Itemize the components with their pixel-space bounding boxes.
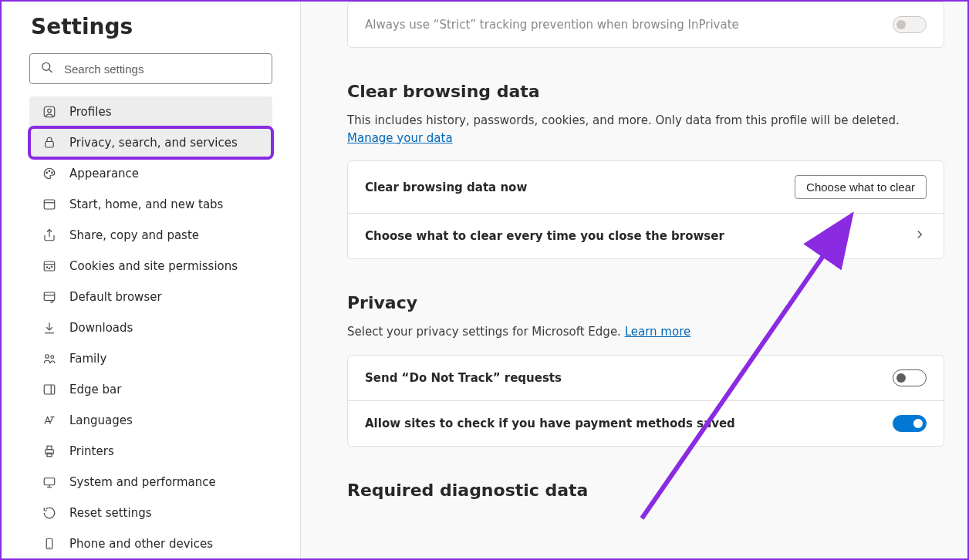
sidebar-item-label: Start, home, and new tabs [69,197,223,211]
sidebar-item-share[interactable]: Share, copy and paste [29,220,272,251]
sidebar-item-appearance[interactable]: Appearance [29,158,272,189]
privacy-card: Send “Do Not Track” requests Allow sites… [347,355,944,447]
sidebar-item-default-browser[interactable]: Default browser [29,282,272,312]
download-icon [42,320,57,336]
search-icon [40,61,53,77]
svg-rect-8 [44,200,55,209]
profiles-icon [42,104,57,120]
sidebar-item-profiles[interactable]: Profiles [29,96,272,127]
sidebar-item-downloads[interactable]: Downloads [29,312,272,343]
languages-icon [42,413,57,428]
svg-rect-28 [44,478,55,485]
dnt-label: Send “Do Not Track” requests [365,371,562,385]
sidebar-item-label: Reset settings [69,506,152,520]
chevron-right-icon [913,228,927,245]
window-icon [42,197,57,212]
sidebar-item-family[interactable]: Family [29,343,272,374]
sidebar-item-label: Downloads [69,321,133,335]
svg-rect-16 [44,292,55,301]
search-input[interactable] [29,53,272,84]
sidebar-item-privacy[interactable]: Privacy, search, and services [29,127,272,158]
privacy-desc: Select your privacy settings for Microso… [347,323,944,341]
sidebar-item-label: Phone and other devices [69,537,213,551]
manage-your-data-link[interactable]: Manage your data [347,131,453,145]
browser-check-icon [42,289,57,305]
payment-label: Allow sites to check if you have payment… [365,417,735,430]
tracking-strict-card: Always use “Strict” tracking prevention … [347,2,944,48]
search-wrap [29,53,272,84]
svg-point-15 [51,266,52,268]
privacy-desc-text: Select your privacy settings for Microso… [347,325,625,339]
payment-toggle[interactable] [893,415,927,432]
phone-icon [42,536,57,552]
settings-main: Always use “Strict” tracking prevention … [301,2,967,558]
sidebar-item-edge-bar[interactable]: Edge bar [29,374,272,405]
share-icon [42,228,57,243]
clear-on-close-row[interactable]: Choose what to clear every time you clos… [348,213,944,258]
system-icon [42,474,57,490]
sidebar-item-label: Languages [69,413,133,427]
tracking-strict-label: Always use “Strict” tracking prevention … [365,18,739,32]
reset-icon [42,505,57,521]
sidebar-item-phone[interactable]: Phone and other devices [29,528,272,558]
cookies-icon [42,258,57,274]
sidebar-item-reset[interactable]: Reset settings [29,498,272,528]
lock-icon [42,135,57,150]
page-title: Settings [31,14,272,39]
sidebar-item-system[interactable]: System and performance [29,467,272,498]
svg-rect-26 [47,446,52,450]
dnt-row: Send “Do Not Track” requests [348,356,944,400]
choose-what-to-clear-button[interactable]: Choose what to clear [795,175,927,199]
clear-data-desc: This includes history, passwords, cookie… [347,112,944,147]
payment-row: Allow sites to check if you have payment… [348,400,944,446]
settings-sidebar: Settings Profiles Privacy, search, an [2,2,301,558]
clear-data-title: Clear browsing data [347,82,944,101]
svg-rect-22 [44,385,55,394]
sidebar-item-languages[interactable]: Languages [29,405,272,436]
sidebar-item-label: Profiles [69,105,111,119]
svg-point-6 [49,170,50,172]
sidebar-item-label: Share, copy and paste [69,228,199,242]
settings-nav: Profiles Privacy, search, and services A… [29,96,272,558]
svg-rect-27 [47,453,52,457]
svg-rect-4 [46,142,54,148]
tracking-strict-toggle[interactable] [893,16,927,33]
svg-point-5 [46,172,48,174]
sidebar-item-printers[interactable]: Printers [29,436,272,467]
svg-point-13 [46,267,48,268]
sidebar-item-label: Edge bar [69,383,121,396]
dnt-toggle[interactable] [893,369,927,386]
sidebar-item-cookies[interactable]: Cookies and site permissions [29,251,272,282]
sidebar-item-label: Printers [69,444,114,458]
sidebar-item-label: Appearance [69,167,139,180]
svg-point-3 [48,109,52,113]
diag-title: Required diagnostic data [347,481,944,500]
clear-data-desc-text: This includes history, passwords, cookie… [347,113,900,127]
sidebar-item-label: Default browser [69,290,162,304]
sidebar-item-label: Cookies and site permissions [69,259,238,273]
svg-line-1 [49,69,52,72]
tracking-strict-row: Always use “Strict” tracking prevention … [348,2,944,47]
clear-on-close-label: Choose what to clear every time you clos… [365,229,724,243]
svg-point-21 [51,356,54,359]
sidebar-item-start[interactable]: Start, home, and new tabs [29,189,272,220]
svg-point-7 [52,172,53,174]
sidebar-item-label: Privacy, search, and services [69,136,238,150]
svg-point-14 [49,268,50,269]
clear-data-now-label: Clear browsing data now [365,180,527,194]
privacy-learn-more-link[interactable]: Learn more [625,325,691,339]
palette-icon [42,166,57,181]
svg-point-20 [46,355,49,359]
clear-data-card: Clear browsing data now Choose what to c… [347,160,944,259]
sidebar-item-label: System and performance [69,475,216,489]
sidebar-item-label: Family [69,352,106,366]
edge-bar-icon [42,382,57,397]
clear-data-now-row: Clear browsing data now Choose what to c… [348,161,944,213]
printer-icon [42,444,57,459]
privacy-title: Privacy [347,293,944,312]
family-icon [42,351,57,366]
svg-rect-2 [44,106,55,117]
